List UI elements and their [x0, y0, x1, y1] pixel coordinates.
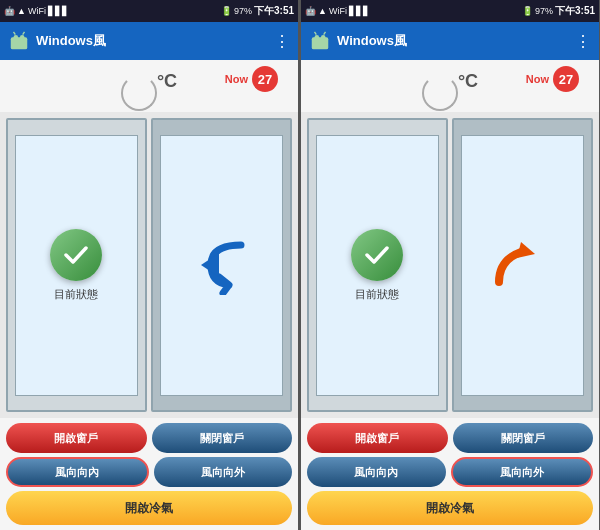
check-circle-1: [50, 229, 102, 281]
now-area-2: °C Now 27: [301, 60, 599, 112]
open-window-btn-1[interactable]: 開啟窗戶: [6, 423, 147, 453]
svg-line-3: [14, 32, 16, 35]
app-icon-1: [8, 30, 30, 52]
checkmark-icon-1: [61, 240, 91, 270]
window-pane-left-1: 目前狀態: [6, 118, 147, 412]
svg-rect-6: [312, 37, 329, 49]
signal-icon-1: ▲: [17, 6, 26, 16]
open-ac-btn-2[interactable]: 開啟冷氣: [307, 491, 593, 525]
now-value-1: 27: [252, 66, 278, 92]
now-badge-1: Now 27: [225, 66, 278, 92]
btn-row-1-1: 開啟窗戶 關閉窗戶: [6, 423, 292, 453]
signal-bars-2: ▋▋▋: [349, 6, 370, 16]
close-window-btn-2[interactable]: 關閉窗戶: [453, 423, 594, 453]
btn-row-2-3: 開啟冷氣: [307, 491, 593, 525]
check-circle-2: [351, 229, 403, 281]
svg-point-8: [321, 35, 326, 40]
temp-circle-1: [121, 75, 157, 111]
open-window-btn-2[interactable]: 開啟窗戶: [307, 423, 448, 453]
window-pane-left-2: 目前狀態: [307, 118, 448, 412]
status-left-2: 🤖 ▲ WiFi ▋▋▋: [305, 6, 370, 16]
window-inner-left-1: 目前狀態: [15, 135, 138, 396]
celsius-symbol-1: °C: [157, 71, 177, 92]
window-pane-right-1: [151, 118, 292, 412]
wind-in-btn-2[interactable]: 風向向內: [307, 457, 446, 487]
title-bar-2: Windows風 ⋮: [301, 22, 599, 60]
now-badge-2: Now 27: [526, 66, 579, 92]
svg-point-2: [20, 35, 25, 40]
window-inner-right-2: [461, 135, 584, 396]
svg-line-4: [23, 32, 25, 35]
checkmark-icon-2: [362, 240, 392, 270]
status-bar-2: 🤖 ▲ WiFi ▋▋▋ 🔋 97% 下午3:51: [301, 0, 599, 22]
status-right-2: 🔋 97% 下午3:51: [522, 4, 595, 18]
now-value-2: 27: [553, 66, 579, 92]
temp-display-1: °C: [121, 71, 177, 111]
now-label-1: Now: [225, 73, 248, 85]
now-label-2: Now: [526, 73, 549, 85]
status-left-1: 🤖 ▲ WiFi ▋▋▋: [4, 6, 69, 16]
battery-pct-1: 97%: [234, 6, 252, 16]
time-display-1: 下午3:51: [254, 4, 294, 18]
svg-rect-0: [11, 37, 28, 49]
wifi-icon-1: WiFi: [28, 6, 46, 16]
android-icon: 🤖: [4, 6, 15, 16]
temp-display-2: °C: [422, 71, 478, 111]
btn-row-2-1: 開啟窗戶 關閉窗戶: [307, 423, 593, 453]
battery-icon-2: 🔋: [522, 6, 533, 16]
phone-panel-1: 🤖 ▲ WiFi ▋▋▋ 🔋 97% 下午3:51 Windows風 ⋮ °C: [0, 0, 299, 530]
title-bar-1: Windows風 ⋮: [0, 22, 298, 60]
svg-point-7: [315, 35, 320, 40]
open-ac-btn-1[interactable]: 開啟冷氣: [6, 491, 292, 525]
signal-icon-2: ▲: [318, 6, 327, 16]
svg-marker-11: [517, 242, 535, 258]
now-area-1: °C Now 27: [0, 60, 298, 112]
battery-icon-1: 🔋: [221, 6, 232, 16]
btn-row-1-2: 風向向內 風向向外: [6, 457, 292, 487]
signal-bars-1: ▋▋▋: [48, 6, 69, 16]
temp-circle-2: [422, 75, 458, 111]
wifi-icon-2: WiFi: [329, 6, 347, 16]
app-title-1: Windows風: [36, 32, 274, 50]
celsius-symbol-2: °C: [458, 71, 478, 92]
btn-row-1-3: 開啟冷氣: [6, 491, 292, 525]
wind-out-btn-1[interactable]: 風向向外: [154, 457, 293, 487]
menu-icon-2[interactable]: ⋮: [575, 32, 591, 51]
svg-point-1: [14, 35, 19, 40]
status-right-1: 🔋 97% 下午3:51: [221, 4, 294, 18]
window-inner-left-2: 目前狀態: [316, 135, 439, 396]
button-area-2: 開啟窗戶 關閉窗戶 風向向內 風向向外 開啟冷氣: [301, 418, 599, 530]
app-icon-2: [309, 30, 331, 52]
wind-in-btn-1[interactable]: 風向向內: [6, 457, 149, 487]
status-label-left-2: 目前狀態: [355, 287, 399, 302]
window-inner-right-1: [160, 135, 283, 396]
window-area-2: 目前狀態: [301, 112, 599, 418]
btn-row-2-2: 風向向內 風向向外: [307, 457, 593, 487]
time-display-2: 下午3:51: [555, 4, 595, 18]
window-area-1: 目前狀態: [0, 112, 298, 418]
svg-line-9: [315, 32, 317, 35]
battery-pct-2: 97%: [535, 6, 553, 16]
close-window-btn-1[interactable]: 關閉窗戶: [152, 423, 293, 453]
android-icon-2: 🤖: [305, 6, 316, 16]
button-area-1: 開啟窗戶 關閉窗戶 風向向內 風向向外 開啟冷氣: [0, 418, 298, 530]
window-pane-right-2: [452, 118, 593, 412]
menu-icon-1[interactable]: ⋮: [274, 32, 290, 51]
svg-line-10: [324, 32, 326, 35]
status-label-left-1: 目前狀態: [54, 287, 98, 302]
arrow-orange-icon: [492, 235, 552, 295]
phone-panel-2: 🤖 ▲ WiFi ▋▋▋ 🔋 97% 下午3:51 Windows風 ⋮ °C: [301, 0, 600, 530]
wind-out-btn-2[interactable]: 風向向外: [451, 457, 594, 487]
app-title-2: Windows風: [337, 32, 575, 50]
status-bar-1: 🤖 ▲ WiFi ▋▋▋ 🔋 97% 下午3:51: [0, 0, 298, 22]
arrow-blue-icon: [191, 235, 251, 295]
